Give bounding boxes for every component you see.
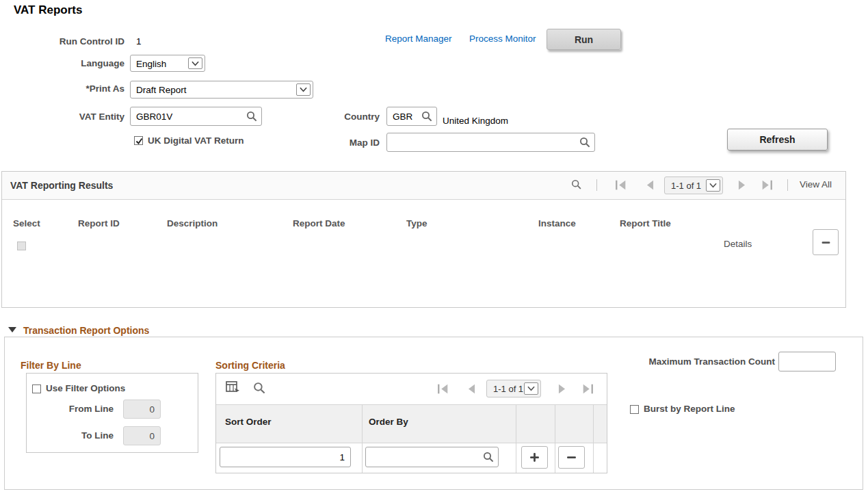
results-pager-range: 1-1 of 1	[671, 181, 701, 191]
use-filter-options-checkbox[interactable]	[32, 384, 41, 393]
add-row-button[interactable]	[521, 446, 548, 469]
sort-order-header: Sort Order	[225, 417, 272, 427]
personalize-grid-icon[interactable]	[226, 381, 240, 394]
search-icon[interactable]	[483, 452, 494, 462]
col-header-select: Select	[13, 218, 40, 229]
map-id-label: Map ID	[321, 138, 380, 148]
sorting-criteria-title: Sorting Criteria	[215, 360, 285, 371]
vat-entity-label: VAT Entity	[0, 112, 124, 122]
vat-entity-field-wrap	[130, 107, 262, 126]
language-label: Language	[0, 58, 124, 68]
col-header-report-title: Report Title	[620, 218, 671, 229]
col-header-report-id: Report ID	[78, 218, 120, 229]
pager-separator	[596, 179, 597, 191]
first-page-icon[interactable]	[615, 180, 627, 190]
print-as-label: *Print As	[0, 83, 124, 94]
grid-search-icon[interactable]	[570, 179, 582, 190]
burst-by-report-line-label: Burst by Report Line	[644, 404, 735, 414]
run-button[interactable]: Run	[547, 29, 621, 50]
run-control-id-value: 1	[136, 36, 142, 47]
order-by-input[interactable]	[365, 447, 499, 467]
vat-reports-page: VAT Reports Run Control ID 1 Report Mana…	[0, 0, 868, 496]
next-page-icon[interactable]	[736, 180, 748, 190]
sorting-pager-range: 1-1 of 1	[493, 384, 523, 394]
chevron-down-icon	[296, 83, 311, 96]
view-all-link[interactable]: View All	[800, 179, 832, 190]
grid-column-line	[593, 404, 594, 473]
from-line-input	[123, 400, 161, 419]
first-page-icon[interactable]	[437, 384, 449, 394]
sorting-pager-select[interactable]: 1-1 of 1	[486, 380, 541, 397]
order-by-header: Order By	[369, 417, 408, 427]
results-header-bar: VAT Reporting Results 1-1 of 1	[2, 172, 845, 200]
chevron-down-icon	[188, 57, 202, 69]
max-transaction-count-input[interactable]	[778, 352, 836, 371]
delete-row-button[interactable]	[558, 446, 585, 469]
delete-row-button[interactable]	[813, 229, 839, 255]
col-header-report-date: Report Date	[293, 218, 345, 229]
chevron-down-icon	[524, 382, 538, 395]
to-line-label: To Line	[45, 430, 114, 441]
from-line-label: From Line	[45, 404, 114, 414]
search-icon[interactable]	[421, 111, 432, 122]
collapse-triangle-icon[interactable]	[8, 327, 16, 332]
refresh-button[interactable]: Refresh	[727, 129, 828, 151]
row-select-checkbox	[17, 242, 26, 250]
uk-digital-vat-label: UK Digital VAT Return	[148, 135, 244, 146]
process-monitor-link[interactable]: Process Monitor	[469, 34, 536, 44]
sort-order-field-wrap	[220, 447, 351, 467]
col-header-type: Type	[406, 218, 428, 229]
col-header-description: Description	[167, 218, 218, 229]
last-page-icon[interactable]	[582, 384, 594, 394]
sorting-header-row	[216, 404, 607, 443]
from-line-field-wrap	[123, 400, 161, 419]
burst-by-report-line-checkbox[interactable]	[630, 405, 639, 414]
max-transaction-count-label: Maximum Transaction Count	[624, 356, 775, 367]
col-header-instance: Instance	[538, 218, 576, 229]
search-icon[interactable]	[579, 137, 590, 148]
order-by-field-wrap	[365, 447, 499, 467]
map-id-field-wrap	[386, 133, 595, 152]
country-field-wrap	[386, 107, 437, 126]
previous-page-icon[interactable]	[644, 180, 656, 190]
vat-reporting-results-grid: VAT Reporting Results 1-1 of 1	[1, 171, 846, 308]
vat-entity-input[interactable]	[130, 107, 262, 126]
grid-column-line	[516, 404, 516, 473]
use-filter-options-label: Use Filter Options	[46, 383, 125, 393]
sort-order-input[interactable]	[220, 447, 351, 467]
language-select-value: English	[136, 58, 166, 68]
country-name-text: United Kingdom	[443, 116, 508, 126]
print-as-select[interactable]: Draft Report	[130, 81, 313, 99]
sorting-criteria-grid: 1-1 of 1 Sort Order Order By	[215, 373, 607, 473]
results-pager-select[interactable]: 1-1 of 1	[664, 177, 723, 194]
results-title: VAT Reporting Results	[10, 172, 113, 199]
next-page-icon[interactable]	[556, 384, 568, 394]
country-label: Country	[321, 112, 380, 122]
grid-search-icon[interactable]	[253, 382, 265, 394]
transaction-report-options-title[interactable]: Transaction Report Options	[23, 325, 149, 336]
run-control-id-label: Run Control ID	[0, 36, 124, 47]
grid-column-line	[362, 404, 363, 473]
last-page-icon[interactable]	[761, 180, 773, 190]
print-as-select-value: Draft Report	[136, 85, 187, 95]
chevron-down-icon	[706, 179, 720, 192]
page-title: VAT Reports	[14, 3, 82, 17]
language-select[interactable]: English	[130, 55, 205, 72]
max-transaction-count-wrap	[778, 352, 836, 371]
search-icon[interactable]	[246, 111, 257, 122]
filter-by-line-title: Filter By Line	[21, 360, 81, 371]
details-link[interactable]: Details	[724, 239, 752, 249]
report-manager-link[interactable]: Report Manager	[385, 34, 452, 44]
pager-separator	[787, 179, 788, 191]
uk-digital-vat-checkbox[interactable]	[134, 136, 143, 145]
to-line-input	[123, 426, 161, 445]
map-id-input[interactable]	[386, 133, 595, 152]
to-line-field-wrap	[123, 426, 161, 445]
grid-column-line	[555, 404, 555, 473]
previous-page-icon[interactable]	[466, 384, 477, 394]
